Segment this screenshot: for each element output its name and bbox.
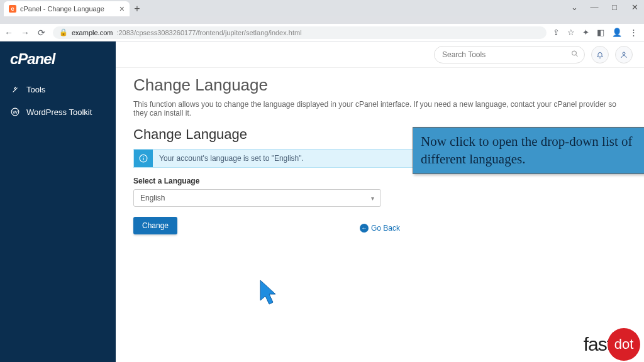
browser-chrome: c cPanel - Change Language × + ⌄ ― □ ✕ xyxy=(0,0,644,24)
fastdot-dot-text: dot xyxy=(608,328,640,361)
sidebar-item-wordpress[interactable]: WordPress Toolkit xyxy=(0,101,116,123)
chevron-down-icon[interactable]: ⌄ xyxy=(569,3,580,12)
sidebar-brand[interactable]: cPanel xyxy=(0,50,116,78)
maximize-icon[interactable]: □ xyxy=(609,3,620,12)
star-icon[interactable]: ☆ xyxy=(567,28,575,37)
addr-right-icons: ⇪ ☆ ✦ ◧ 👤 ⋮ xyxy=(553,28,640,37)
language-field-label: Select a Language xyxy=(133,177,626,185)
tab-bar: c cPanel - Change Language × + xyxy=(0,0,644,16)
sidebar-item-label: Tools xyxy=(26,85,45,94)
search-icon[interactable] xyxy=(571,50,579,59)
info-icon xyxy=(134,150,153,167)
go-back-link[interactable]: ← Go Back xyxy=(360,224,400,233)
user-button[interactable] xyxy=(615,46,633,63)
extension-icon[interactable]: ✦ xyxy=(582,28,589,37)
go-back-label: Go Back xyxy=(371,224,400,233)
search-input[interactable] xyxy=(434,46,585,63)
sidebar: cPanel Tools WordPress Toolkit xyxy=(0,41,116,362)
page-description: This function allows you to change the l… xyxy=(133,100,626,118)
url-host: example.com xyxy=(72,29,113,36)
chevron-down-icon: ▾ xyxy=(371,195,374,202)
new-tab-button[interactable]: + xyxy=(130,1,145,16)
share-icon[interactable]: ⇪ xyxy=(553,28,560,37)
notifications-button[interactable] xyxy=(591,46,609,63)
minimize-icon[interactable]: ― xyxy=(589,3,600,12)
change-button[interactable]: Change xyxy=(133,217,177,234)
svg-point-1 xyxy=(572,51,577,55)
sidebar-brand-text: cPanel xyxy=(10,50,55,67)
nav-icons: ← → ⟳ xyxy=(4,28,47,38)
info-banner-text: Your account's language is set to "Engli… xyxy=(153,154,310,163)
svg-point-0 xyxy=(11,108,19,116)
svg-point-2 xyxy=(623,52,625,55)
window-controls: ⌄ ― □ ✕ xyxy=(569,3,640,12)
close-window-icon[interactable]: ✕ xyxy=(629,3,640,12)
back-circle-icon: ← xyxy=(360,224,369,233)
cursor-graphic xyxy=(259,279,279,309)
app: cPanel Tools WordPress Toolkit xyxy=(0,41,644,362)
tab-title: cPanel - Change Language xyxy=(20,5,104,13)
cpanel-favicon: c xyxy=(9,5,16,13)
fastdot-watermark: fast dot xyxy=(584,328,640,361)
page-title: Change Language xyxy=(133,75,626,95)
kebab-icon[interactable]: ⋮ xyxy=(630,28,638,37)
sidebar-item-label: WordPress Toolkit xyxy=(26,107,92,117)
back-icon[interactable]: ← xyxy=(4,28,14,38)
puzzle-icon[interactable]: ◧ xyxy=(597,28,604,37)
forward-icon[interactable]: → xyxy=(20,28,30,38)
sidebar-item-tools[interactable]: Tools xyxy=(0,78,116,101)
close-tab-icon[interactable]: × xyxy=(119,4,125,13)
browser-tab[interactable]: c cPanel - Change Language × xyxy=(4,1,130,16)
profile-icon[interactable]: 👤 xyxy=(612,28,622,37)
tutorial-callout: Now click to open the drop-down list of … xyxy=(413,127,644,174)
svg-rect-5 xyxy=(143,156,143,157)
wrench-icon xyxy=(10,84,20,94)
main: Change Language This function allows you… xyxy=(116,41,644,362)
address-bar: ← → ⟳ 🔒 example.com:2083/cpsess308326017… xyxy=(0,24,644,41)
url-field[interactable]: 🔒 example.com:2083/cpsess3083260177/fron… xyxy=(53,26,547,39)
language-select[interactable]: English ▾ xyxy=(133,189,381,207)
content: Change Language This function allows you… xyxy=(116,68,644,362)
search-wrap xyxy=(434,46,585,63)
topbar xyxy=(116,41,644,68)
wordpress-icon xyxy=(10,107,20,117)
svg-rect-4 xyxy=(143,158,143,160)
url-path: :2083/cpsess3083260177/frontend/jupiter/… xyxy=(116,29,301,36)
sidebar-menu: Tools WordPress Toolkit xyxy=(0,78,116,123)
language-select-value: English xyxy=(140,194,165,202)
reload-icon[interactable]: ⟳ xyxy=(36,28,47,38)
lock-icon: 🔒 xyxy=(59,28,68,36)
